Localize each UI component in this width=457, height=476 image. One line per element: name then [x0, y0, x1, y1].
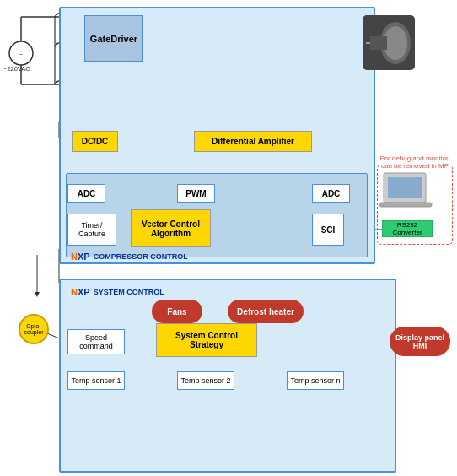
defrost-heater-block: Defrost heater [228, 300, 304, 323]
speed-label: Speedcommand [79, 333, 113, 350]
speed-command-block: Speedcommand [67, 329, 125, 354]
gate-driver-label-line1: Gate [90, 34, 110, 44]
nxp-xp: XP [78, 252, 90, 262]
tempn-label: Temp sensor n [290, 376, 340, 385]
vector-control-label: Vector ControlAlgorithm [142, 219, 200, 238]
defrost-label: Defrost heater [237, 307, 294, 316]
pwm-label: PWM [185, 189, 206, 198]
adc-left-block: ADC [67, 184, 105, 203]
pwm-block: PWM [177, 184, 215, 203]
fans-block: Fans [152, 300, 202, 323]
optocoupler-label: Opto-coupler [24, 323, 44, 335]
nxp-n-sys: N [71, 287, 78, 297]
system-control-label: SYSTEM CONTROL [94, 288, 164, 296]
optocoupler-block: Opto-coupler [19, 314, 49, 344]
svg-rect-111 [370, 36, 387, 50]
timer-label: Timer/Capture [78, 221, 105, 238]
debug-text: For debug and monitor, can be removed in… [377, 154, 453, 170]
adc-right-label: ADC [322, 189, 341, 198]
fans-label: Fans [167, 307, 186, 316]
dcdc-block: DC/DC [72, 131, 118, 152]
svg-text:~: ~ [19, 51, 24, 58]
motor-image [363, 15, 415, 70]
sci-label: SCI [321, 225, 336, 235]
nxp-system-label: NXP SYSTEM CONTROL [71, 287, 164, 297]
debug-line1: For debug and monitor, [380, 154, 450, 162]
motor-svg [366, 18, 412, 68]
gate-driver-label-line2: Driver [110, 34, 137, 44]
nxp-n: N [71, 252, 78, 262]
adc-right-block: ADC [312, 184, 350, 203]
diagram: ~ ~220VAC [0, 0, 457, 476]
temp-sensor-n-block: Temp sensor n [287, 371, 344, 390]
dcdc-label: DC/DC [82, 137, 109, 146]
temp2-label: Temp sensor 2 [180, 376, 230, 385]
timer-capture-block: Timer/Capture [67, 214, 116, 246]
svg-point-110 [384, 26, 407, 60]
debug-area [377, 165, 453, 245]
svg-text:~220VAC: ~220VAC [3, 65, 30, 73]
svg-marker-107 [35, 292, 40, 297]
nxp-logo-compressor: NXP [71, 252, 90, 262]
temp1-label: Temp sensor 1 [71, 376, 121, 385]
adc-left-label: ADC [78, 189, 96, 198]
display-panel-block: Display panelHMI [390, 327, 450, 356]
svg-point-0 [9, 41, 33, 65]
nxp-compressor-label: NXP COMPRESSOR CONTROL [71, 252, 188, 262]
sci-block: SCI [312, 214, 344, 246]
compressor-control-label: COMPRESSOR CONTROL [94, 252, 188, 261]
temp-sensor-1-block: Temp sensor 1 [67, 371, 125, 390]
strategy-label: System ControlStrategy [175, 331, 238, 349]
gate-driver-block: Gate Driver [84, 15, 143, 62]
diff-amp-block: Differential Amplifier [194, 131, 312, 152]
temp-sensor-2-block: Temp sensor 2 [177, 371, 234, 390]
vector-control-block: Vector ControlAlgorithm [131, 209, 211, 247]
strategy-block: System ControlStrategy [156, 323, 257, 357]
diff-amp-label: Differential Amplifier [212, 137, 294, 146]
nxp-xp-sys: XP [78, 287, 90, 297]
nxp-logo-system: NXP [71, 287, 90, 297]
debug-line2: can be removed in MP [381, 162, 449, 170]
display-label: Display panelHMI [395, 333, 444, 350]
